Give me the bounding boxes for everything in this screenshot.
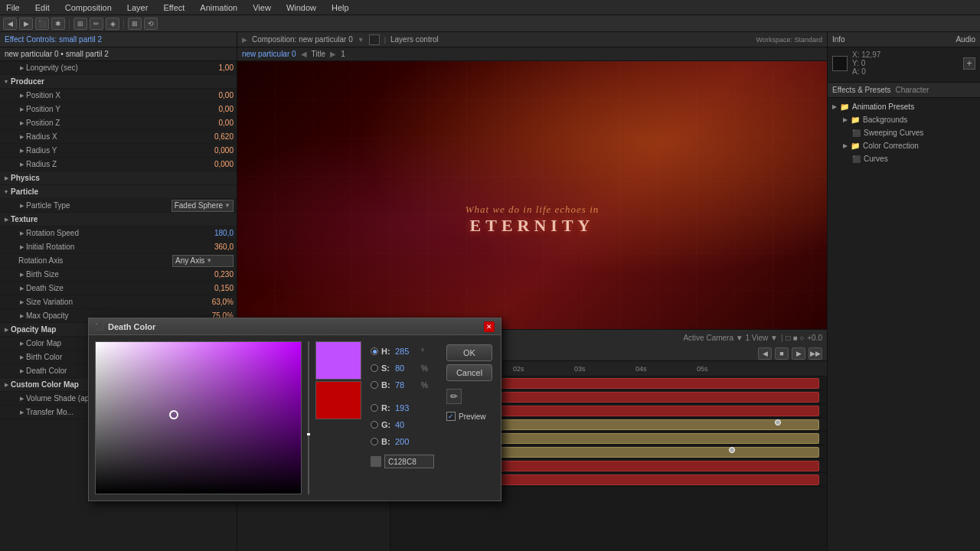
h-value[interactable]: 285 bbox=[395, 347, 418, 356]
b2-value[interactable]: 200 bbox=[395, 437, 418, 446]
radio-r[interactable] bbox=[371, 404, 378, 412]
r-value[interactable]: 193 bbox=[395, 403, 418, 412]
preview-checkbox-row: Preview bbox=[446, 412, 492, 421]
hsb-b-row: B: 78 % bbox=[371, 378, 434, 392]
color-picker-dialog: ⬛ Death Color ✕ bbox=[88, 318, 501, 501]
rgb-b-row: B: 200 bbox=[371, 435, 434, 448]
dialog-buttons: OK Cancel ✏ Preview bbox=[443, 341, 495, 494]
hsb-s-row: S: 80 % bbox=[371, 361, 434, 375]
hsb-h-row: H: 285 ° bbox=[371, 344, 434, 358]
rgb-g-row: G: 40 bbox=[371, 418, 434, 432]
eyedropper-button[interactable]: ✏ bbox=[446, 389, 462, 404]
color-gradient-picker[interactable] bbox=[95, 341, 302, 494]
dialog-title: Death Color bbox=[108, 322, 479, 331]
hue-indicator bbox=[307, 433, 310, 435]
dialog-close-button[interactable]: ✕ bbox=[484, 321, 495, 332]
radio-s[interactable] bbox=[371, 364, 378, 372]
s-value[interactable]: 80 bbox=[395, 364, 418, 373]
hex-input[interactable] bbox=[384, 455, 434, 468]
swatch-old-color bbox=[315, 381, 361, 419]
values-sep bbox=[371, 395, 434, 398]
dialog-body: H: 285 ° S: 80 % B: 78 % bbox=[89, 335, 501, 500]
ok-button[interactable]: OK bbox=[446, 344, 492, 361]
gradient-picker-container bbox=[95, 341, 302, 494]
rgb-r-row: R: 193 bbox=[371, 401, 434, 415]
preview-checkbox[interactable] bbox=[446, 412, 456, 421]
radio-g[interactable] bbox=[371, 421, 378, 429]
eyedropper-area: ✏ bbox=[446, 389, 492, 404]
color-values-panel: H: 285 ° S: 80 % B: 78 % bbox=[368, 341, 437, 494]
hex-icon bbox=[371, 456, 381, 467]
gradient-crosshair bbox=[169, 410, 178, 419]
g-value[interactable]: 40 bbox=[395, 420, 418, 429]
dialog-titlebar[interactable]: ⬛ Death Color ✕ bbox=[89, 318, 501, 335]
b-value[interactable]: 78 bbox=[395, 380, 418, 390]
hue-slider-container[interactable] bbox=[308, 341, 309, 494]
radio-b2[interactable] bbox=[371, 438, 378, 445]
radio-b[interactable] bbox=[371, 381, 378, 389]
dialog-icon: ⬛ bbox=[95, 323, 103, 331]
preview-label: Preview bbox=[459, 412, 486, 421]
radio-h[interactable] bbox=[371, 347, 378, 355]
swatch-new-color bbox=[315, 341, 361, 380]
hex-row bbox=[371, 455, 434, 468]
preview-swatches bbox=[315, 341, 361, 494]
color-picker-overlay: ⬛ Death Color ✕ bbox=[0, 0, 980, 551]
cancel-button[interactable]: Cancel bbox=[446, 364, 492, 381]
